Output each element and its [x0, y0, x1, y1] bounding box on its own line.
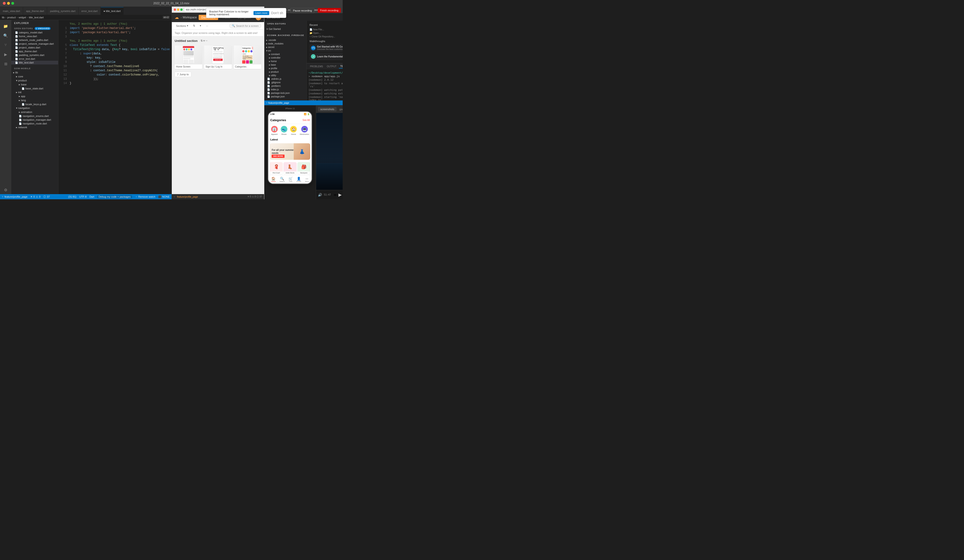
file-title-text[interactable]: 📄title_text.dart	[11, 61, 58, 65]
settings-icon[interactable]: ⚙	[2, 186, 10, 194]
branch-status[interactable]: ⑂ feature/profile_page	[2, 195, 28, 198]
browser-maximize[interactable]	[180, 8, 182, 11]
rewind-button[interactable]: ⏮	[334, 193, 337, 197]
watch-status[interactable]: → Remove watch	[135, 195, 155, 199]
vs2-home-folder[interactable]: ▸ home	[264, 60, 306, 63]
product-ankle-boots[interactable]: 👢 Ankle Boots	[283, 162, 296, 174]
more-options-button[interactable]: ···	[205, 24, 210, 28]
finish-recording-button[interactable]: Finish recording	[318, 8, 341, 13]
tab-padding[interactable]: padding_symetric.dart	[47, 7, 78, 15]
vs2-product-folder[interactable]: ▸ product	[264, 70, 306, 74]
terminal-output[interactable]: ~/Desktop/development/backend/ecomm_back…	[307, 69, 343, 101]
vs2-eslintrc[interactable]: 📄.eslintrc.js	[264, 77, 306, 81]
terminal-tab[interactable]: TERMINAL	[339, 65, 343, 68]
screen-auth[interactable]: Sign Up Log In Forg janedoe123@email.com…	[204, 46, 231, 69]
pb-cart[interactable]: 🛒 Cart	[288, 177, 293, 182]
file-project-states[interactable]: 📄project_states.dart	[11, 46, 58, 49]
tab-screenshots[interactable]: screenshots	[318, 107, 337, 112]
screen-categories[interactable]: Categories See All Latest	[234, 46, 261, 69]
cat-home[interactable]: 🏠 Home	[290, 126, 297, 135]
walkthrough-item-2[interactable]: ↗ Learn the Fundamentals	[309, 53, 343, 60]
vs2-utility-folder[interactable]: ▸ utility	[264, 74, 306, 77]
pb-profile[interactable]: 👤 Profile	[296, 177, 301, 182]
see-more-button[interactable]: SEE MORE	[272, 155, 284, 158]
folder-lang[interactable]: ▸ lang	[11, 98, 58, 103]
tab-app-theme[interactable]: app_theme.dart	[23, 7, 47, 15]
vs2-vscode-folder[interactable]: ▸ .vscode	[264, 38, 306, 42]
vs2-getstarted-file[interactable]: ✕ Get Started	[264, 27, 306, 31]
zeplin-search[interactable]: 🔍 Search for a screen	[229, 23, 261, 28]
debug-status[interactable]: Debug my code + packages	[97, 195, 132, 199]
folder-navigation[interactable]: ▾ navigation	[11, 106, 58, 110]
file-nav-enums[interactable]: 📄navigation_enums.dart	[11, 114, 58, 118]
search-icon[interactable]: 🔍	[2, 31, 10, 40]
vs2-indexjs[interactable]: 📄index.js	[264, 88, 306, 91]
file-nav-route[interactable]: 📄navigation_route.dart	[11, 122, 58, 125]
file-category-model[interactable]: 📄category_model.dart	[11, 31, 58, 34]
pb-home[interactable]: 🏠 Home	[271, 177, 276, 182]
tab-main-view[interactable]: main_view.dart	[0, 7, 23, 15]
browser-close[interactable]	[174, 8, 176, 11]
product-backpack[interactable]: 🎒 Backpack	[298, 162, 310, 174]
sections-button[interactable]: Sections ▾	[175, 24, 190, 28]
tab-game3[interactable]: game3	[337, 107, 343, 112]
debug-icon[interactable]: ▶	[2, 50, 10, 59]
folder-core[interactable]: ▸ core	[11, 75, 58, 78]
pb-more[interactable]: ··· More	[305, 177, 309, 182]
vs2-packagejson[interactable]: 📄package.json	[264, 95, 306, 98]
folder-network[interactable]: ▸ network	[11, 125, 58, 129]
close-button[interactable]	[3, 2, 6, 5]
product-red-scarf[interactable]: 🧣 Red Scarf	[270, 162, 283, 174]
file-project-network[interactable]: 📄project_network_manager.dart	[11, 42, 58, 46]
vs2-src-folder[interactable]: ▾ src	[264, 49, 306, 52]
file-error-text[interactable]: 📄error_text.dart	[11, 57, 58, 61]
dismiss-button[interactable]: Don't sh	[271, 11, 283, 15]
folder-animation[interactable]: ▸ animation	[11, 110, 58, 114]
explorer-icon[interactable]: 📁	[2, 22, 10, 30]
traffic-lights[interactable]	[3, 2, 14, 5]
zeplin-workspace[interactable]: ‹ Workspace	[181, 16, 197, 19]
cat-electronics[interactable]: 💻 Electronics	[300, 126, 309, 135]
file-padding[interactable]: 📄padding_symetric.dart	[11, 53, 58, 57]
maximize-button[interactable]	[11, 2, 14, 5]
file-locale-keys[interactable]: 📄locale_keys.g.dart	[11, 103, 58, 106]
folder-app2[interactable]: ▸ app	[11, 94, 58, 98]
folder-product[interactable]: ▾ product	[11, 78, 58, 83]
folder-lib[interactable]: ▸ lib	[11, 71, 58, 75]
cat-shoes[interactable]: 👟 Shoes	[281, 126, 287, 135]
volume-button[interactable]: 🔊	[318, 193, 322, 197]
vs2-gitignore[interactable]: 📄.gitignore	[264, 81, 306, 84]
jump-to-button[interactable]: ⤴ Jump to	[175, 72, 191, 77]
vs2-secret-folder[interactable]: ▸ secret	[264, 46, 306, 49]
vs2-node-modules[interactable]: ▸ node_modules	[264, 42, 306, 46]
open-editors-header[interactable]: OPEN EDITORS 1 UNSAVED	[11, 26, 58, 31]
source-control-icon[interactable]: ⑂	[2, 41, 10, 49]
promo-banner[interactable]: For all your summer clothing needs SEE M…	[270, 143, 310, 160]
open-action[interactable]: 📁 Open...	[309, 32, 343, 34]
folder-base[interactable]: ▸ base	[11, 83, 58, 86]
gow-mobile-header[interactable]: GOW-MOBILE	[11, 66, 58, 71]
vs2-prettierrc[interactable]: 📄.prettierrc	[264, 84, 306, 88]
file-nav-manager[interactable]: 📄navigation_manager.dart	[11, 118, 58, 122]
errors-status[interactable]: ✕ 0 ⚠ 0	[30, 195, 41, 199]
vs2-constant-folder[interactable]: ▸ constant	[264, 52, 306, 56]
cat-apparel[interactable]: 👔 Apparel	[271, 126, 278, 135]
vs2-base-folder[interactable]: ▸ base	[264, 63, 306, 67]
browser-minimize[interactable]	[177, 8, 179, 11]
extensions-icon[interactable]: ⊞	[2, 60, 10, 68]
learn-more-button[interactable]: Learn more	[254, 11, 269, 15]
walkthrough-item-1[interactable]: VS Get Started with VS Code Discover the…	[309, 44, 343, 52]
play-pause-button[interactable]: ▶	[339, 192, 342, 197]
folder-init[interactable]: ▸ init	[11, 90, 58, 94]
file-base-state[interactable]: 📄base_state.dart	[11, 86, 58, 90]
vs2-profile-folder[interactable]: ▸ profile	[264, 67, 306, 70]
code-editor[interactable]: You, 2 months ago | 1 author (You) 1 imp…	[59, 20, 172, 194]
file-app-theme[interactable]: 📄app_theme.dart	[11, 49, 58, 53]
tab-error-text[interactable]: error_text.dart	[78, 7, 101, 15]
file-home-view[interactable]: 📄home_view.dart	[11, 34, 58, 38]
filter-button[interactable]: ▾	[199, 24, 203, 28]
pb-search[interactable]: 🔍 Search	[280, 177, 285, 182]
minimize-button[interactable]	[7, 2, 10, 5]
browser-controls[interactable]	[174, 8, 182, 11]
clone-action[interactable]: ⑂ Clone Git Repository...	[309, 35, 343, 38]
